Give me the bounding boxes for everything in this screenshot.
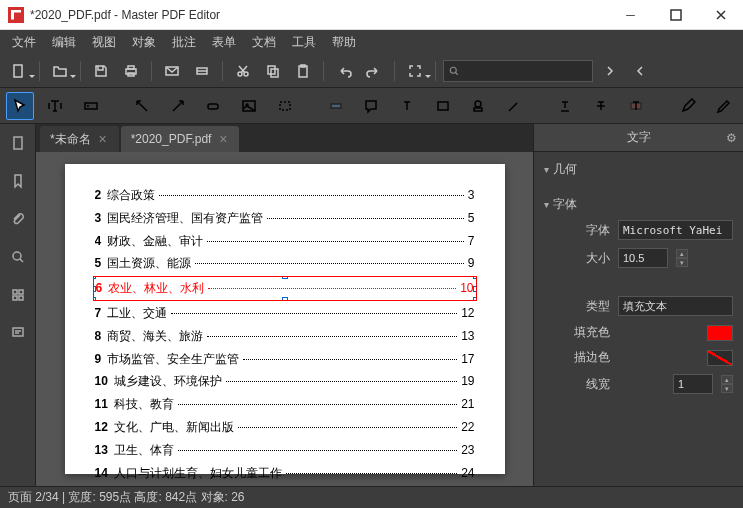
save-button[interactable] <box>88 58 114 84</box>
tab-close-icon[interactable]: × <box>217 133 229 145</box>
left-sidebar <box>0 124 36 486</box>
redo-button[interactable] <box>361 58 387 84</box>
close-button[interactable] <box>698 0 743 30</box>
image-tool[interactable] <box>235 92 263 120</box>
menu-表单[interactable]: 表单 <box>204 31 244 54</box>
thumbnails-tab[interactable] <box>5 130 31 156</box>
comments-tab[interactable] <box>5 320 31 346</box>
toc-line[interactable]: 6农业、林业、水利10 <box>93 276 477 301</box>
toc-line[interactable]: 4财政、金融、审计7 <box>95 230 475 253</box>
toc-line[interactable]: 3国民经济管理、国有资产监管5 <box>95 207 475 230</box>
search-next-button[interactable] <box>597 58 623 84</box>
font-label: 字体 <box>560 222 610 239</box>
attach-tool[interactable] <box>500 92 528 120</box>
search-prev-button[interactable] <box>627 58 653 84</box>
maximize-button[interactable] <box>653 0 698 30</box>
svg-rect-24 <box>14 137 22 149</box>
toc-line[interactable]: 12文化、广电、新闻出版22 <box>95 416 475 439</box>
vtext-tool[interactable] <box>164 92 192 120</box>
undo-button[interactable] <box>331 58 357 84</box>
text-tool[interactable] <box>129 92 157 120</box>
cut-button[interactable] <box>230 58 256 84</box>
menu-文件[interactable]: 文件 <box>4 31 44 54</box>
note-tool[interactable] <box>358 92 386 120</box>
size-label: 大小 <box>560 250 610 267</box>
toc-line[interactable]: 13卫生、体育23 <box>95 439 475 462</box>
stroke-label: 描边色 <box>560 349 610 366</box>
status-text: 页面 2/34 | 宽度: 595点 高度: 842点 对象: 26 <box>8 489 245 506</box>
section-geometry[interactable]: 几何 <box>544 158 733 181</box>
print-button[interactable] <box>118 58 144 84</box>
toc-line[interactable]: 9市场监管、安全生产监管17 <box>95 348 475 371</box>
attachments-tab[interactable] <box>5 206 31 232</box>
main-toolbar <box>0 54 743 88</box>
linewidth-input[interactable]: 1 <box>673 374 713 394</box>
menu-批注[interactable]: 批注 <box>164 31 204 54</box>
svg-rect-20 <box>438 102 448 110</box>
linewidth-label: 线宽 <box>560 376 610 393</box>
minimize-button[interactable]: ─ <box>608 0 653 30</box>
email-button[interactable] <box>159 58 185 84</box>
svg-rect-15 <box>208 104 218 109</box>
bookmarks-tab[interactable] <box>5 168 31 194</box>
section-font[interactable]: 字体 <box>544 193 733 216</box>
kind-select[interactable]: 填充文本 <box>618 296 733 316</box>
panel-settings-icon[interactable]: ⚙ <box>726 131 737 145</box>
strikeout-tool[interactable] <box>587 92 615 120</box>
line-tool[interactable] <box>429 92 457 120</box>
scan-button[interactable] <box>189 58 215 84</box>
doc-tab[interactable]: *2020_PDF.pdf× <box>121 126 240 152</box>
toc-line[interactable]: 5国土资源、能源9 <box>95 252 475 275</box>
menu-视图[interactable]: 视图 <box>84 31 124 54</box>
page-viewport[interactable]: 2综合政策33国民经济管理、国有资产监管54财政、金融、审计75国土资源、能源9… <box>36 152 533 486</box>
linewidth-stepper[interactable]: ▴▾ <box>721 375 733 393</box>
text-annot-tool[interactable] <box>393 92 421 120</box>
menu-帮助[interactable]: 帮助 <box>324 31 364 54</box>
open-button[interactable] <box>47 58 73 84</box>
copy-button[interactable] <box>260 58 286 84</box>
menu-对象[interactable]: 对象 <box>124 31 164 54</box>
toc-line[interactable]: 2综合政策3 <box>95 184 475 207</box>
size-stepper[interactable]: ▴▾ <box>676 249 688 267</box>
underline-tool[interactable] <box>551 92 579 120</box>
svg-rect-28 <box>13 296 17 300</box>
svg-point-21 <box>475 101 481 107</box>
svg-rect-26 <box>13 290 17 294</box>
signature-tool[interactable] <box>709 92 737 120</box>
panel-title: 文字 <box>627 129 651 146</box>
text-edit-tool[interactable] <box>42 92 70 120</box>
search-input[interactable] <box>443 60 593 82</box>
link-tool[interactable] <box>200 92 228 120</box>
search-tab[interactable] <box>5 244 31 270</box>
toc-line[interactable]: 7工业、交通12 <box>95 302 475 325</box>
new-button[interactable] <box>6 58 32 84</box>
pdf-page[interactable]: 2综合政策33国民经济管理、国有资产监管54财政、金融、审计75国土资源、能源9… <box>65 164 505 474</box>
app-logo-icon <box>8 7 24 23</box>
toc-line[interactable]: 14人口与计划生育、妇女儿童工作24 <box>95 462 475 485</box>
toc-line[interactable]: 8商贸、海关、旅游13 <box>95 325 475 348</box>
rect-tool[interactable] <box>271 92 299 120</box>
hl-text-tool[interactable] <box>622 92 650 120</box>
pencil-tool[interactable] <box>674 92 702 120</box>
size-input[interactable]: 10.5 <box>618 248 668 268</box>
toc-line[interactable]: 10城乡建设、环境保护19 <box>95 370 475 393</box>
select-tool[interactable] <box>6 92 34 120</box>
zoom-fit-button[interactable] <box>402 58 428 84</box>
menubar: 文件编辑视图对象批注表单文档工具帮助 <box>0 30 743 54</box>
tab-close-icon[interactable]: × <box>97 133 109 145</box>
form-edit-tool[interactable] <box>77 92 105 120</box>
font-select[interactable]: Microsoft YaHei <box>618 220 733 240</box>
paste-button[interactable] <box>290 58 316 84</box>
stroke-color-swatch[interactable] <box>707 350 733 366</box>
toc-line[interactable]: 11科技、教育21 <box>95 393 475 416</box>
fill-color-swatch[interactable] <box>707 325 733 341</box>
layers-tab[interactable] <box>5 282 31 308</box>
menu-编辑[interactable]: 编辑 <box>44 31 84 54</box>
svg-rect-18 <box>280 102 290 110</box>
menu-文档[interactable]: 文档 <box>244 31 284 54</box>
highlight-tool[interactable] <box>322 92 350 120</box>
svg-rect-30 <box>13 328 23 336</box>
doc-tab[interactable]: *未命名× <box>40 126 119 152</box>
stamp-tool[interactable] <box>464 92 492 120</box>
menu-工具[interactable]: 工具 <box>284 31 324 54</box>
